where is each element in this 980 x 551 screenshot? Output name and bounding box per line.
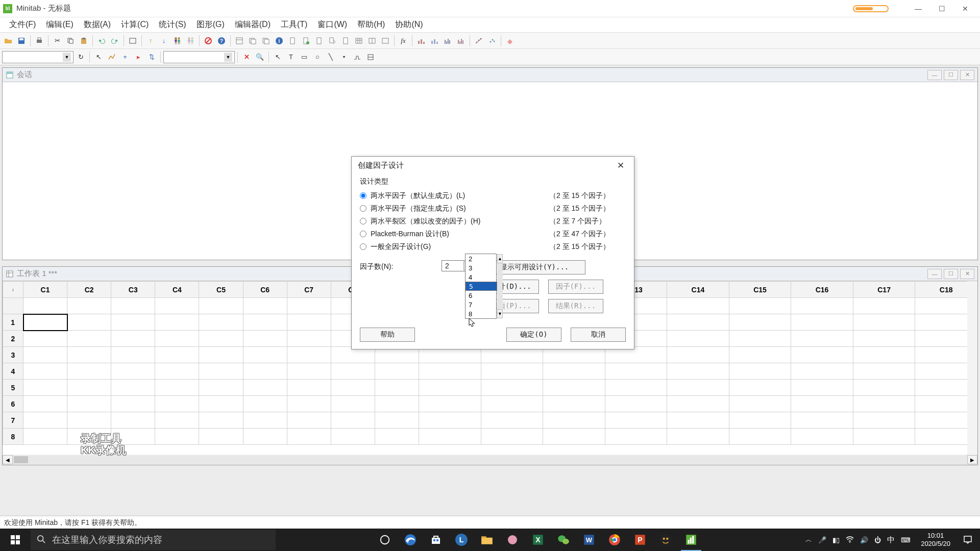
table2-icon[interactable] xyxy=(366,35,378,47)
cell[interactable] xyxy=(67,380,111,396)
scroll-down-icon[interactable]: ▼ xyxy=(497,309,503,318)
cell[interactable] xyxy=(155,412,199,429)
chrome-icon[interactable] xyxy=(602,529,627,551)
cell[interactable] xyxy=(287,429,331,445)
dropdown-item[interactable]: 5 xyxy=(465,282,497,291)
row-header[interactable]: 5 xyxy=(3,380,23,396)
doc4-icon[interactable] xyxy=(326,35,338,47)
cell[interactable] xyxy=(419,363,481,380)
cell[interactable] xyxy=(667,412,729,429)
cell[interactable] xyxy=(853,412,915,429)
cell[interactable] xyxy=(853,396,915,412)
cell[interactable] xyxy=(287,380,331,396)
cell[interactable] xyxy=(729,331,791,347)
word-icon[interactable]: W xyxy=(577,529,601,551)
cell[interactable] xyxy=(419,412,481,429)
cell[interactable] xyxy=(729,412,791,429)
row-header[interactable]: 1 xyxy=(3,314,23,331)
cell[interactable] xyxy=(23,396,67,412)
col-header[interactable]: C7 xyxy=(287,282,331,298)
edge-icon[interactable] xyxy=(398,529,423,551)
delete-icon[interactable]: ✕ xyxy=(240,51,253,63)
cell[interactable] xyxy=(155,429,199,445)
doc2-icon[interactable] xyxy=(300,35,312,47)
factor-count-dropdown[interactable]: 2345678 ▲ ▼ xyxy=(465,254,497,319)
menu-window[interactable]: 窗口(W) xyxy=(312,17,352,32)
name-row-header[interactable] xyxy=(3,298,23,314)
session-maximize[interactable]: ☐ xyxy=(944,70,958,80)
cell[interactable] xyxy=(199,412,243,429)
cell[interactable] xyxy=(791,347,853,363)
row-header[interactable]: 6 xyxy=(3,396,23,412)
help-button[interactable]: 帮助 xyxy=(360,328,415,342)
design-type-radio[interactable]: Plackett-Burman 设计(B)（2 至 47 个因子） xyxy=(360,228,626,240)
start-button[interactable] xyxy=(0,529,31,551)
undo-icon[interactable] xyxy=(95,35,108,47)
cell[interactable] xyxy=(667,380,729,396)
cell[interactable] xyxy=(481,429,543,445)
col-header[interactable]: C4 xyxy=(155,282,199,298)
name-cell[interactable] xyxy=(667,298,729,314)
menu-file[interactable]: 文件(F) xyxy=(4,17,41,32)
name-cell[interactable] xyxy=(287,298,331,314)
cell[interactable] xyxy=(543,396,605,412)
cut-icon[interactable]: ✂ xyxy=(51,35,63,47)
factor-button[interactable]: 因子(F)... xyxy=(548,280,604,294)
radio-input[interactable] xyxy=(360,231,366,237)
sheets-icon[interactable] xyxy=(247,35,259,47)
system-tray[interactable]: ︿ 🎤 ▮▯ 🔊 ⏻ 中 ⌨ xyxy=(800,535,916,545)
design-type-radio[interactable]: 两水平裂区（难以改变的因子）(H)（2 至 7 个因子） xyxy=(360,215,626,228)
cell[interactable] xyxy=(481,380,543,396)
cell[interactable] xyxy=(111,412,155,429)
cell[interactable] xyxy=(111,314,155,331)
refresh-icon[interactable]: ↻ xyxy=(75,51,87,63)
name-cell[interactable] xyxy=(791,298,853,314)
maximize-button[interactable]: ☐ xyxy=(930,2,953,16)
session-header[interactable]: 会话 — ☐ ✕ xyxy=(3,68,977,82)
cell[interactable] xyxy=(23,347,67,363)
menu-data[interactable]: 数据(A) xyxy=(79,17,116,32)
cell[interactable] xyxy=(243,347,287,363)
tray-safe-icon[interactable]: ⏻ xyxy=(874,536,881,544)
cell[interactable] xyxy=(23,429,67,445)
rect-tool-icon[interactable]: ▭ xyxy=(298,51,310,63)
menu-graph[interactable]: 图形(G) xyxy=(191,17,230,32)
dropdown-item[interactable]: 7 xyxy=(465,300,497,309)
cell[interactable] xyxy=(243,396,287,412)
sheet-icon[interactable] xyxy=(233,35,246,47)
cell[interactable] xyxy=(543,380,605,396)
col-header[interactable]: C17 xyxy=(853,282,915,298)
chart3-icon[interactable] xyxy=(442,35,454,47)
scroll-left-button[interactable]: ◀ xyxy=(3,455,13,464)
cell[interactable] xyxy=(111,396,155,412)
cell[interactable] xyxy=(481,412,543,429)
ok-button[interactable]: 确定(O) xyxy=(506,328,561,342)
cell[interactable] xyxy=(243,412,287,429)
polyline-tool-icon[interactable] xyxy=(351,51,363,63)
app-dark-icon[interactable] xyxy=(653,529,678,551)
cell[interactable] xyxy=(853,429,915,445)
cell[interactable] xyxy=(419,380,481,396)
chart4-icon[interactable] xyxy=(455,35,467,47)
name-cell[interactable] xyxy=(243,298,287,314)
cell[interactable] xyxy=(375,412,419,429)
row-header[interactable]: 8 xyxy=(3,429,23,445)
cell[interactable] xyxy=(67,412,111,429)
line2-tool-icon[interactable]: ╲ xyxy=(325,51,337,63)
cell[interactable] xyxy=(481,396,543,412)
close-button[interactable]: ✕ xyxy=(953,2,977,16)
combo-right[interactable]: ▼ xyxy=(163,51,235,63)
cell[interactable] xyxy=(23,412,67,429)
save-icon[interactable] xyxy=(15,35,28,47)
eraser-icon[interactable] xyxy=(504,35,516,47)
dropdown-item[interactable]: 8 xyxy=(465,309,497,318)
worksheet-close[interactable]: ✕ xyxy=(960,269,974,279)
dialog-close-button[interactable]: ✕ xyxy=(614,159,628,171)
cell[interactable] xyxy=(243,314,287,331)
dropdown-item[interactable]: 3 xyxy=(465,263,497,272)
design-type-radio[interactable]: 一般全因子设计(G)（2 至 15 个因子） xyxy=(360,240,626,253)
zoom-icon[interactable]: 🔍 xyxy=(254,51,266,63)
scatter-icon[interactable] xyxy=(473,35,485,47)
cell[interactable] xyxy=(23,363,67,380)
tray-battery-icon[interactable]: ▮▯ xyxy=(832,536,840,544)
